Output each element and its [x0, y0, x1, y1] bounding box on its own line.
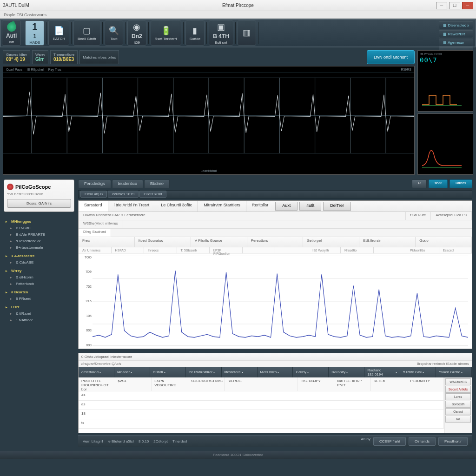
close-button[interactable]: ─ [462, 2, 473, 9]
footer-button[interactable]: CCE9F frahi [373, 437, 406, 446]
status-box: Maixires nloes ortes [79, 50, 119, 64]
toolbar-button[interactable]: Autlibft [2, 20, 21, 46]
subtab[interactable]: Eieal 48) B [80, 191, 107, 198]
tree-item[interactable]: MNtengges [5, 218, 73, 225]
tree-item[interactable]: B dAle PREARTE [5, 231, 73, 238]
panel-tab[interactable]: l trie Aritbl I'n Tresrt [108, 201, 156, 212]
panel-button[interactable]: Auxt [275, 202, 298, 211]
one-icon: 1 [30, 22, 40, 32]
lower-area: PilCoGoScope YW Best 9.00:D Reve Dosrs: … [0, 178, 476, 451]
tree-item[interactable]: I ITrr [5, 304, 73, 311]
table-row[interactable]: PRCI OTTE IROUPIRIOHOT bor$2S1ESPA VDSOU… [79, 377, 444, 391]
table-header-cell[interactable]: fArer hirrp ▾ [258, 367, 293, 377]
footer-button[interactable]: Oirltends [409, 437, 436, 446]
maximize-button[interactable]: ☐ [449, 2, 460, 9]
tree-item[interactable]: 1 A-tesceerre [5, 253, 73, 259]
brand-panel: PilCoGoScope YW Best 9.00:D Reve Dosrs: … [4, 179, 74, 212]
tree-item[interactable]: B R-GdE [5, 225, 73, 231]
chart-header-cell: V Filurlls Gouroe [191, 237, 247, 247]
table-header-cell[interactable]: Yvaen Gretie ▾ [436, 367, 472, 377]
search-icon: 🔍 [109, 26, 119, 36]
tab[interactable]: Fercdedigs [78, 179, 111, 188]
sub-title-bar: Piople FSI Gostorworis [0, 11, 476, 19]
table-header-cell[interactable]: PBbrti ▾ [150, 367, 186, 377]
toolbar-button[interactable]: ▣B 4THEsti unt [209, 20, 233, 46]
table-header-cell[interactable]: Rootaric 182:0194 ▾ [364, 367, 400, 377]
nav-tree[interactable]: MNtenggesB R-GdEB dAle PREARTE& Iescctre… [4, 215, 74, 447]
action-button[interactable]: snot [429, 179, 448, 188]
footer-button[interactable]: Prosthortir [438, 437, 468, 446]
subtab[interactable]: ecrmies 1019 [108, 191, 139, 198]
dark-subtab-row: Eieal 48) Becrmies 1019OR9TROkt [78, 190, 472, 198]
table-rows: PRCI OTTE IROUPIRIOHOT bor$2S1ESPA VDSOU… [79, 377, 444, 433]
table-header-cell[interactable]: Pe Ratrroitlirer ▾ [186, 367, 222, 377]
active-inner-tab[interactable]: Dlrrg Ssolrord [79, 229, 111, 237]
table-header-cell[interactable]: Grillhy ▾ [293, 367, 329, 377]
tree-item[interactable]: & tfR:snd [5, 311, 73, 317]
tree-item[interactable]: & Iescctrendior [5, 238, 73, 245]
page-icon: ▢ [82, 26, 92, 36]
footer-bar: Vern Litagrrfle Bteterrd a5tsI8.0.102Cdt… [78, 435, 472, 447]
toolbar-button[interactable]: ◉Dn2It09 [127, 20, 146, 46]
tree-item[interactable]: Wrrey [5, 268, 73, 274]
panel-button[interactable]: DelTrer [323, 202, 351, 211]
toolbar-button[interactable]: 📄EATCH [48, 20, 69, 46]
toolbar-button[interactable]: 11MADS [25, 20, 44, 46]
minimize-button[interactable]: ─ [436, 2, 447, 9]
panel-button[interactable]: 4utlt [299, 202, 321, 211]
toolbar-right-button[interactable]: ▦ Agerrecur [439, 39, 473, 46]
subtab[interactable]: OR9TROkt [139, 191, 166, 198]
toolbar-right-button[interactable]: ▦ RewePER [439, 30, 473, 38]
tree-item[interactable]: # Bearten [5, 289, 73, 296]
toolbar-button[interactable]: ▢Beell Gtntfr [73, 20, 100, 46]
table-side-button[interactable]: Lorss [445, 393, 471, 400]
y-axis-labels: TOO7D970219.5105003003 [80, 256, 92, 347]
table-side-button[interactable]: Sorcesth [445, 401, 471, 408]
dial-icon: ◉ [132, 22, 142, 32]
table-header-cell[interactable]: lifesretere ▾ [222, 367, 258, 377]
tree-item[interactable]: 1 NAttreor [5, 317, 73, 324]
toolbar-button[interactable]: 🔍Toot [105, 20, 123, 46]
tree-item[interactable]: & eiHcorrn [5, 274, 73, 281]
tab[interactable]: teudentico [112, 179, 144, 188]
table-side-button[interactable]: Ra [445, 416, 471, 423]
tree-item[interactable]: & CdoABE [5, 259, 73, 266]
chart-panel: FrecItoed GouratocV Filurlls GouroePereu… [79, 237, 472, 349]
tree-item[interactable]: B+rteostonneale [5, 245, 73, 251]
tab[interactable]: Bbdree [144, 179, 170, 188]
action-button[interactable]: Btrnes [450, 179, 472, 188]
panel-tab[interactable]: Reritollsr [246, 201, 275, 212]
table-header-cell[interactable]: 5 Rrite Gisl ▾ [400, 367, 436, 377]
preview-bottom [417, 113, 473, 175]
toolbar-button[interactable]: ▥ [238, 20, 256, 46]
dark-tab-row: FercdedigsteudenticoBbdreeDsnotBtrnes [78, 179, 472, 188]
table-side-button[interactable]: Secort Artiets [445, 386, 471, 393]
status-box: Threenntlore010/B0E3 [50, 50, 78, 64]
table-header-cell[interactable]: Roronity ▾ [329, 367, 364, 377]
table-header-cell[interactable]: ordertardd ▾ [79, 367, 114, 377]
oscilloscope-display[interactable]: Coarf Paos IE REpotrel Rey Tros R59RS Le… [3, 66, 415, 175]
table-row[interactable]: 18 [79, 410, 444, 419]
meter-icon: ▣ [216, 22, 226, 32]
chart-body[interactable]: TOO7D970219.5105003003 [79, 254, 472, 349]
toolbar-button[interactable]: ▮Sortde [185, 20, 205, 46]
panel-tab[interactable]: Le Chsurtii 3ofitc [155, 201, 198, 212]
table-side-button[interactable]: WACtoleES [445, 378, 471, 385]
app-status-bar: Pearonrut 100O1 Sbicorvertec [0, 451, 476, 459]
toolbar-button[interactable]: 🔋Rset Tersterrt [151, 20, 181, 46]
table-row[interactable]: as [79, 401, 444, 410]
panel-tab[interactable]: Mitrairvtrn Starttiers [198, 201, 246, 212]
sidebar-action-button[interactable]: Dosrs: GA firlrs [7, 199, 71, 208]
panel-tab[interactable]: Sarsstord [79, 201, 108, 212]
cyl-icon: ▮ [190, 26, 200, 36]
chart-header-cell: Gouo [416, 237, 472, 247]
tree-item[interactable]: Petterforch [5, 281, 73, 287]
action-button[interactable]: D [412, 179, 427, 188]
table-header-cell[interactable]: lAbarier ▾ [114, 367, 150, 377]
toolbar-right-button[interactable]: ▦ Disenaclec x [439, 21, 473, 29]
tree-item[interactable]: 8 PRserd [5, 296, 73, 302]
table-side-button[interactable]: Osrsot [445, 408, 471, 415]
main-action-button[interactable]: LtvN ortdi Gtonont [367, 50, 415, 64]
table-row[interactable]: 4s [79, 391, 444, 401]
table-row[interactable]: ts [79, 419, 444, 429]
